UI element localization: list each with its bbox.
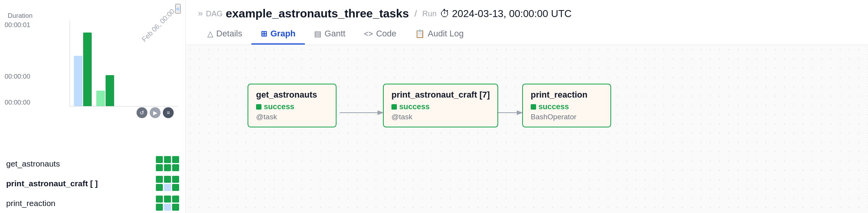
collapse-button[interactable]: « bbox=[175, 4, 181, 14]
node-print-astronaut-craft[interactable]: print_astronaut_craft [7] success @task bbox=[383, 84, 498, 127]
tab-gantt[interactable]: ▤ Gantt bbox=[305, 24, 355, 45]
bar-2a bbox=[96, 91, 105, 106]
duration-label: Duration bbox=[8, 12, 32, 20]
dot bbox=[172, 196, 179, 203]
graph-canvas: get_astronauts success @task print_astro… bbox=[186, 45, 868, 213]
node-status-get-astronauts: success bbox=[256, 102, 328, 111]
run-datetime[interactable]: 2024-03-13, 00:00:00 UTC bbox=[452, 8, 572, 20]
task-list: get_astronauts print_astronaut_craft [ ] bbox=[0, 154, 185, 213]
run-breadcrumb-label: Run bbox=[422, 9, 437, 18]
dot bbox=[172, 156, 179, 163]
dot bbox=[156, 176, 163, 183]
bar-1b bbox=[83, 33, 92, 106]
task-name-get-astronauts: get_astronauts bbox=[6, 159, 60, 168]
status-dot-print-astronaut-craft bbox=[391, 104, 397, 110]
dot bbox=[156, 184, 163, 191]
graph-icon: ⊞ bbox=[261, 29, 267, 38]
breadcrumb: » DAG example_astronauts_three_tasks / R… bbox=[198, 7, 856, 20]
status-dot-print-reaction bbox=[531, 104, 536, 110]
expand-icon[interactable]: » bbox=[198, 9, 203, 19]
dot bbox=[164, 204, 171, 211]
node-title-print-astronaut-craft: print_astronaut_craft [7] bbox=[391, 90, 490, 100]
refresh-icon[interactable]: ↺ bbox=[137, 107, 147, 118]
task-name-print-astronaut-craft: print_astronaut_craft [ ] bbox=[6, 179, 98, 188]
chart-icons: ↺ ▶ ≡ bbox=[39, 107, 178, 118]
details-icon: △ bbox=[207, 29, 213, 38]
chart-area: Feb 06, 00:00 Duration 00:00:01 00:00:00… bbox=[0, 4, 185, 150]
dot bbox=[164, 156, 171, 163]
tab-auditlog-label: Audit Log bbox=[428, 29, 464, 39]
dot bbox=[156, 156, 163, 163]
code-icon: <> bbox=[364, 29, 373, 38]
bar-1a bbox=[74, 56, 82, 106]
auditlog-icon: 📋 bbox=[415, 29, 425, 38]
breadcrumb-separator: / bbox=[414, 8, 417, 19]
task-dots-get-astronauts bbox=[156, 156, 179, 171]
task-row-print-reaction[interactable]: print_reaction bbox=[0, 193, 185, 213]
node-type-get-astronauts: @task bbox=[256, 113, 328, 121]
status-label-print-reaction: success bbox=[538, 102, 569, 111]
right-panel: » DAG example_astronauts_three_tasks / R… bbox=[186, 0, 868, 213]
run-value: ⏱ 2024-03-13, 00:00:00 UTC bbox=[440, 8, 572, 20]
tab-graph-label: Graph bbox=[270, 29, 296, 39]
tab-code[interactable]: <> Code bbox=[355, 24, 406, 45]
chart-date-area: Feb 06, 00:00 bbox=[8, 8, 178, 16]
task-row-print-astronaut-craft[interactable]: print_astronaut_craft [ ] bbox=[0, 173, 185, 193]
node-type-print-reaction: BashOperator bbox=[531, 113, 603, 121]
dag-name[interactable]: example_astronauts_three_tasks bbox=[226, 7, 409, 20]
task-dots-print-astronaut-craft bbox=[156, 176, 179, 191]
bar-group-2 bbox=[96, 75, 114, 106]
task-name-print-reaction: print_reaction bbox=[6, 199, 55, 208]
play-icon[interactable]: ▶ bbox=[150, 107, 161, 118]
y-label-1: 00:00:01 bbox=[5, 21, 30, 29]
dot bbox=[164, 176, 171, 183]
node-status-print-astronaut-craft: success bbox=[391, 102, 490, 111]
dot bbox=[156, 164, 163, 171]
task-dots-print-reaction bbox=[156, 196, 179, 211]
dot bbox=[156, 196, 163, 203]
dot bbox=[164, 196, 171, 203]
bar-group-1 bbox=[74, 33, 92, 106]
status-label-print-astronaut-craft: success bbox=[399, 102, 430, 111]
tabs-row: △ Details ⊞ Graph ▤ Gantt <> Code 📋 Audi… bbox=[198, 24, 856, 45]
dag-breadcrumb-label: DAG bbox=[206, 9, 222, 18]
tab-details-label: Details bbox=[216, 29, 242, 39]
graph-arrows bbox=[186, 45, 868, 213]
y-label-4: 00:00:00 bbox=[5, 99, 30, 106]
bar-2b bbox=[106, 75, 114, 106]
header: » DAG example_astronauts_three_tasks / R… bbox=[186, 0, 868, 45]
gantt-icon: ▤ bbox=[314, 29, 321, 38]
status-label-get-astronauts: success bbox=[264, 102, 294, 111]
left-panel: « Feb 06, 00:00 Duration 00:00:01 00:00:… bbox=[0, 0, 186, 213]
tab-auditlog[interactable]: 📋 Audit Log bbox=[406, 24, 473, 45]
dot bbox=[164, 164, 171, 171]
dot bbox=[172, 184, 179, 191]
status-dot-get-astronauts bbox=[256, 104, 261, 110]
dot bbox=[164, 184, 171, 191]
task-row-get-astronauts[interactable]: get_astronauts bbox=[0, 154, 185, 173]
node-title-print-reaction: print_reaction bbox=[531, 90, 603, 100]
node-status-print-reaction: success bbox=[531, 102, 603, 111]
node-print-reaction[interactable]: print_reaction success BashOperator bbox=[522, 84, 611, 127]
bar-chart bbox=[70, 21, 178, 106]
clock-icon: ⏱ bbox=[440, 8, 450, 20]
y-label-3: 00:00:00 bbox=[5, 73, 30, 81]
node-get-astronauts[interactable]: get_astronauts success @task bbox=[248, 84, 337, 127]
node-title-get-astronauts: get_astronauts bbox=[256, 90, 328, 100]
tab-details[interactable]: △ Details bbox=[198, 24, 251, 45]
tab-gantt-label: Gantt bbox=[325, 29, 345, 39]
tab-graph[interactable]: ⊞ Graph bbox=[251, 24, 305, 45]
list-icon[interactable]: ≡ bbox=[163, 107, 174, 118]
y-label-2 bbox=[5, 47, 30, 55]
dot bbox=[156, 204, 163, 211]
dot bbox=[172, 164, 179, 171]
tab-code-label: Code bbox=[376, 29, 396, 39]
node-type-print-astronaut-craft: @task bbox=[391, 113, 490, 121]
dot bbox=[172, 176, 179, 183]
dot bbox=[172, 204, 179, 211]
